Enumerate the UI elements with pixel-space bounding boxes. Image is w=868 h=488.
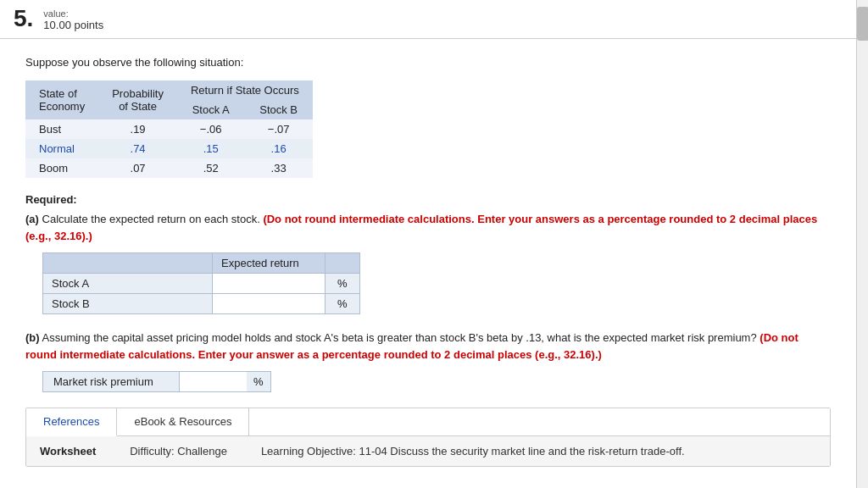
col-header-return: Return if State Occurs [177,80,313,100]
stockb-normal: .16 [244,139,312,158]
col-unit [325,253,359,274]
col-header-stocka: Stock A [177,100,245,119]
required-label: Required: [25,193,831,206]
tab-bar: References eBook & Resources [26,408,830,436]
value-label: value: [43,8,103,19]
col-header-prob: Probabilityof State [98,80,177,119]
table-row: Bust .19 −.06 −.07 [25,119,313,139]
table-row: Boom .07 .52 .33 [25,158,313,178]
worksheet-col-learning: Learning Objective: 11-04 Discuss the se… [261,445,685,458]
prob-normal: .74 [98,139,177,158]
stock-b-label: Stock B [43,294,213,314]
col-header-stockb: Stock B [244,100,312,119]
part-a-label: (a) [25,213,39,225]
stock-b-input[interactable] [213,295,289,313]
page-container: 5. value: 10.00 points Suppose you obser… [0,0,868,488]
tab-ebook[interactable]: eBook & Resources [117,408,249,435]
stockb-bust: −.07 [244,119,312,139]
stocka-boom: .52 [177,158,245,178]
stock-a-row: Stock A % [43,274,360,294]
market-risk-premium-row: Market risk premium % [42,371,271,392]
state-boom: Boom [25,158,98,178]
col-empty [43,253,213,274]
intro-text: Suppose you observe the following situat… [25,56,831,69]
stock-b-pct: % [325,294,359,314]
state-bust: Bust [25,119,98,139]
mrp-pct: % [247,372,270,391]
references-content: Worksheet Difficulty: Challenge Learning… [26,436,830,466]
part-b-main-text: Assuming the capital asset pricing model… [42,331,757,344]
stock-b-input-cell [213,294,326,314]
learning-value: Learning Objective: 11-04 Discuss the se… [261,445,685,458]
stock-a-label: Stock A [43,274,213,294]
tab-ebook-label: eBook & Resources [134,415,231,428]
part-b-label: (b) [25,331,40,344]
mrp-input[interactable] [179,372,247,391]
stock-b-row: Stock B % [43,294,360,314]
stock-a-input[interactable] [213,274,289,292]
col-header-state: State ofEconomy [25,80,98,119]
part-b-text: (b) Assuming the capital asset pricing m… [25,330,831,363]
tab-references-label: References [43,415,99,428]
table-row: Normal .74 .15 .16 [25,139,313,158]
scrollbar-thumb[interactable] [857,7,868,41]
prob-boom: .07 [98,158,177,178]
mrp-label: Market risk premium [43,372,179,391]
col-expected-return: Expected return [213,253,326,274]
data-table: State ofEconomy Probabilityof State Retu… [25,80,313,178]
question-number: 5. [14,7,33,30]
prob-bust: .19 [98,119,177,139]
question-value: value: 10.00 points [43,7,103,31]
references-section: References eBook & Resources Worksheet D… [25,408,831,467]
stockb-boom: .33 [244,158,312,178]
worksheet-label: Worksheet [40,445,96,458]
worksheet-col-label: Worksheet [40,445,96,458]
expected-return-table: Expected return Stock A % Stock B [42,252,360,314]
part-a-text: (a) Calculate the expected return on eac… [25,211,831,244]
tab-references[interactable]: References [26,408,117,436]
stock-a-pct: % [325,274,359,294]
question-header: 5. value: 10.00 points [0,0,868,39]
worksheet-row: Worksheet Difficulty: Challenge Learning… [40,445,816,458]
stock-a-input-cell [213,274,326,294]
part-a-main-text: Calculate the expected return on each st… [42,213,260,225]
difficulty-value: Difficulty: Challenge [130,445,227,458]
points-value: 10.00 points [43,19,103,31]
state-normal: Normal [25,139,98,158]
worksheet-col-difficulty: Difficulty: Challenge [130,445,227,458]
scrollbar[interactable] [856,0,868,488]
stocka-bust: −.06 [177,119,245,139]
stocka-normal: .15 [177,139,245,158]
main-content: Suppose you observe the following situat… [0,39,856,484]
